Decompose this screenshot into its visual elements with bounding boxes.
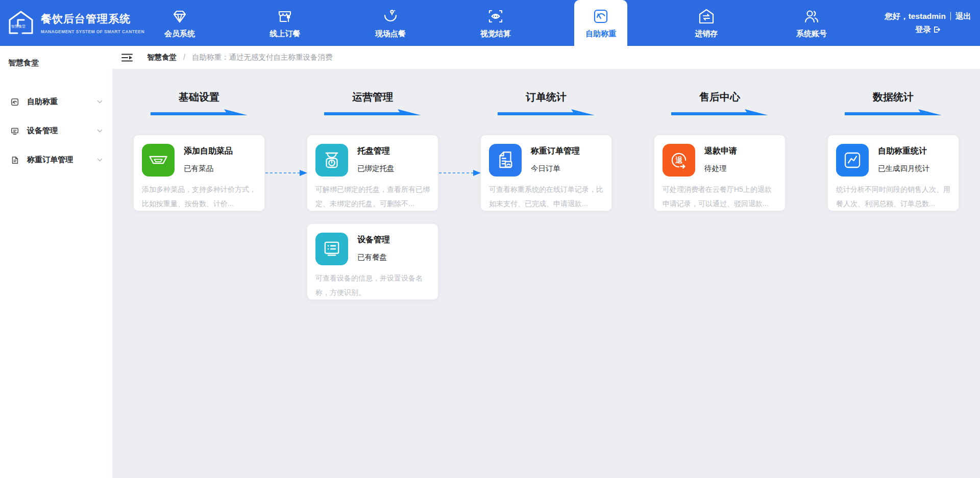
breadcrumb-separator: / xyxy=(183,53,185,61)
breadcrumb-current: 自助称重：通过无感支付自主称重设备消费 xyxy=(192,53,333,61)
username: testadmin xyxy=(909,12,946,20)
card-tray-management[interactable]: 托盘管理 已绑定托盘 可解绑已绑定的托盘，查看所有已绑定、未绑定的托盘。可删除不… xyxy=(307,135,438,211)
column-title: 订单统计 xyxy=(526,90,567,104)
nav-item-label: 线上订餐 xyxy=(270,29,300,39)
brand: 智慧食堂 餐饮后台管理系统 MANAGEMENT SYSTEM OF SMART… xyxy=(7,0,144,46)
line-chart-icon xyxy=(836,144,869,177)
app-subtitle: MANAGEMENT SYSTEM OF SMART CANTEEN xyxy=(41,29,144,34)
nav-item-label: 视觉结算 xyxy=(480,29,511,39)
logout-icon xyxy=(933,26,941,33)
flow-diagram: 基础设置 添加自助菜品 已有菜品 xyxy=(112,69,980,300)
main-content: 基础设置 添加自助菜品 已有菜品 xyxy=(112,69,980,478)
collapse-sidebar-icon[interactable] xyxy=(121,53,133,62)
card-status: 已绑定托盘 xyxy=(357,164,395,173)
card-description: 可查看设备的信息，并设置设备名称，方便识别。 xyxy=(315,271,430,299)
main-nav: 会员系统 线上订餐 现场点餐 视觉结算 xyxy=(153,0,838,46)
sidebar-title: 智慧食堂 xyxy=(0,46,112,68)
sidebar-item-device-management[interactable]: 设备管理 xyxy=(0,116,112,145)
sidebar-item-weigh-order-management[interactable]: 称重订单管理 xyxy=(0,145,112,174)
column-order-statistics: 订单统计 xyxy=(459,90,633,300)
card-description: 可解绑已绑定的托盘，查看所有已绑定、未绑定的托盘。可删除不... xyxy=(315,182,430,211)
card-description: 可处理消费者在云餐厅H5上的退款申请记录，可以通过、驳回退款... xyxy=(663,182,777,211)
top-navbar: 智慧食堂 餐饮后台管理系统 MANAGEMENT SYSTEM OF SMART… xyxy=(0,0,980,46)
column-title: 运营管理 xyxy=(352,90,393,104)
divider xyxy=(950,12,951,20)
accounts-icon xyxy=(802,7,821,26)
breadcrumb: 智慧食堂 / 自助称重：通过无感支付自主称重设备消费 xyxy=(147,53,333,62)
nav-item-label: 自助称重 xyxy=(585,29,616,39)
breadcrumb-bar: 智慧食堂 / 自助称重：通过无感支付自主称重设备消费 xyxy=(112,46,980,69)
nav-item-system-accounts[interactable]: 系统账号 xyxy=(785,0,838,46)
nav-item-label: 系统账号 xyxy=(796,29,827,39)
card-status: 已生成四月统计 xyxy=(878,164,930,173)
chevron-down-icon xyxy=(96,128,103,134)
card-weigh-order-management[interactable]: 称重订单管理 今日订单 可查看称重系统的在线订单记录，比如未支付、已完成、申请退… xyxy=(480,135,612,211)
chevron-down-icon xyxy=(96,157,103,163)
column-data-statistics: 数据统计 自助称重统计 已生成四月统计 xyxy=(806,90,980,300)
sidebar-menu: 自助称重 设备管理 称重订单管理 xyxy=(0,87,112,174)
card-status: 今日订单 xyxy=(531,164,580,173)
vision-scan-icon xyxy=(486,7,505,26)
scale-mini-icon xyxy=(10,97,19,107)
greeting-text: 您好， xyxy=(885,12,909,20)
chevron-down-icon xyxy=(96,98,103,105)
nav-item-vision-checkout[interactable]: 视觉结算 xyxy=(469,0,522,46)
card-device-management[interactable]: 设备管理 已有餐盘 可查看设备的信息，并设置设备名称，方便识别。 xyxy=(307,223,438,300)
column-basic-settings: 基础设置 添加自助菜品 已有菜品 xyxy=(112,90,286,300)
refund-icon: 退 xyxy=(663,144,695,177)
column-title: 基础设置 xyxy=(179,90,219,104)
nav-item-label: 进销存 xyxy=(695,29,718,39)
card-status: 已有菜品 xyxy=(184,164,233,173)
document-mini-icon xyxy=(10,156,19,165)
svg-text:退: 退 xyxy=(675,156,683,164)
dine-in-icon xyxy=(381,7,400,26)
breadcrumb-root[interactable]: 智慧食堂 xyxy=(147,53,177,61)
weigh-scale-icon xyxy=(592,7,610,26)
card-title: 设备管理 xyxy=(357,235,390,245)
inventory-icon xyxy=(697,7,716,26)
column-title: 售后中心 xyxy=(699,90,740,104)
card-status: 待处理 xyxy=(704,164,737,173)
card-description: 可查看称重系统的在线订单记录，比如未支付、已完成、申请退款... xyxy=(489,182,603,211)
nav-item-member-system[interactable]: 会员系统 xyxy=(153,0,206,46)
tray-scale-icon xyxy=(315,144,348,177)
device-monitor-icon xyxy=(315,233,348,265)
dish-icon xyxy=(142,144,175,177)
nav-item-self-weighing[interactable]: 自助称重 xyxy=(574,0,627,46)
column-after-sales: 售后中心 退 退款申请 xyxy=(633,90,806,300)
sidebar-item-self-weighing[interactable]: 自助称重 xyxy=(0,87,112,116)
card-title: 托盘管理 xyxy=(357,146,395,157)
section-arrow xyxy=(671,109,768,116)
section-arrow xyxy=(498,109,595,116)
app-logo-icon: 智慧食堂 xyxy=(7,9,35,37)
gem-icon xyxy=(170,7,189,26)
sidebar: 智慧食堂 自助称重 设备管理 称重订单管理 xyxy=(0,46,112,478)
nav-item-label: 现场点餐 xyxy=(375,29,406,39)
order-document-icon xyxy=(489,144,522,177)
card-title: 称重订单管理 xyxy=(531,146,580,157)
section-arrow xyxy=(324,109,421,116)
column-operations: 运营管理 xyxy=(286,90,459,300)
section-arrow xyxy=(151,109,248,116)
storefront-icon xyxy=(276,7,294,26)
nav-item-online-order[interactable]: 线上订餐 xyxy=(258,0,311,46)
app-title: 餐饮后台管理系统 xyxy=(41,12,144,26)
card-refund-request[interactable]: 退 退款申请 待处理 可处理消费者在云餐厅H5上的退款申请记录，可以通过、驳回退… xyxy=(654,135,786,211)
section-arrow xyxy=(845,109,942,116)
card-title: 退款申请 xyxy=(704,146,737,157)
card-title: 自助称重统计 xyxy=(878,146,930,157)
nav-item-onsite-order[interactable]: 现场点餐 xyxy=(364,0,417,46)
card-title: 添加自助菜品 xyxy=(184,146,233,157)
nav-item-inventory[interactable]: 进销存 xyxy=(680,0,733,46)
card-description: 统计分析不同时间段的销售人次、用餐人次、利润总额、订单总数... xyxy=(836,182,950,211)
card-status: 已有餐盘 xyxy=(357,253,390,262)
svg-text:智慧食堂: 智慧食堂 xyxy=(11,24,26,29)
card-description: 添加多种菜品，支持多种计价方式，比如按重量、按份数、计价... xyxy=(142,182,256,211)
nav-item-label: 会员系统 xyxy=(164,29,195,39)
card-add-dishes[interactable]: 添加自助菜品 已有菜品 添加多种菜品，支持多种计价方式，比如按重量、按份数、计价… xyxy=(133,135,265,211)
column-title: 数据统计 xyxy=(873,90,914,104)
monitor-mini-icon xyxy=(10,127,19,136)
card-weighing-statistics[interactable]: 自助称重统计 已生成四月统计 统计分析不同时间段的销售人次、用餐人次、利润总额、… xyxy=(827,135,959,211)
user-area: 您好，testadmin退出登录 xyxy=(881,10,975,36)
